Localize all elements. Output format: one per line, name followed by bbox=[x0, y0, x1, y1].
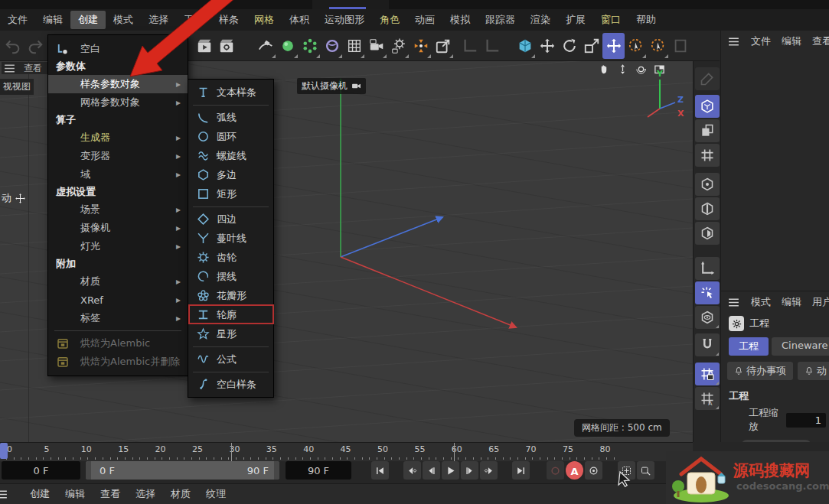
toolbar-button[interactable] bbox=[625, 33, 647, 59]
menu-item[interactable]: 运动图形 bbox=[317, 11, 372, 29]
spline-menu-item[interactable]: 多边 bbox=[188, 165, 273, 184]
mm-menu-select[interactable]: 选择 bbox=[135, 487, 155, 501]
mode-button[interactable] bbox=[695, 67, 720, 90]
om-menu-view[interactable]: 查看 bbox=[812, 34, 829, 48]
transport-button[interactable] bbox=[403, 461, 421, 480]
menu-item[interactable]: 跟踪器 bbox=[478, 11, 523, 29]
create-menu-item[interactable]: 样条参数对象 ▸ bbox=[48, 75, 188, 93]
spline-menu-item[interactable]: 摆线 bbox=[188, 267, 273, 286]
menu-item[interactable]: 角色 bbox=[372, 11, 407, 29]
hamburger-icon[interactable] bbox=[727, 296, 740, 309]
timeline-playhead[interactable] bbox=[0, 443, 8, 459]
attr-menu-mode[interactable]: 模式 bbox=[751, 295, 771, 309]
mm-menu-texture[interactable]: 纹理 bbox=[206, 487, 226, 501]
spline-menu-item[interactable]: 螺旋线 bbox=[188, 146, 273, 165]
menu-item[interactable]: 模拟 bbox=[442, 11, 478, 29]
mode-button[interactable] bbox=[695, 333, 720, 356]
create-menu-item[interactable]: ▸ bbox=[48, 327, 188, 334]
menu-item[interactable]: 渲染 bbox=[523, 11, 558, 29]
toolbar-button[interactable] bbox=[365, 33, 387, 59]
create-menu-item[interactable]: 网格参数对象 ▸ bbox=[48, 93, 188, 112]
menu-item[interactable]: 样条 bbox=[211, 11, 246, 29]
transport-button[interactable] bbox=[442, 461, 459, 480]
mode-button[interactable] bbox=[695, 222, 720, 245]
menu-item[interactable]: 编辑 bbox=[35, 11, 70, 29]
toolbar-button[interactable] bbox=[2, 33, 24, 59]
transport-button[interactable] bbox=[423, 461, 440, 480]
toolbar-button[interactable] bbox=[514, 33, 536, 59]
spline-menu-item[interactable]: 公式 bbox=[188, 350, 273, 369]
create-menu-item[interactable]: 场景 ▸ bbox=[48, 200, 188, 219]
toolbar-button[interactable] bbox=[321, 33, 343, 59]
current-frame-field[interactable]: 0 F bbox=[2, 461, 80, 480]
hamburger-icon[interactable] bbox=[727, 35, 740, 48]
spline-menu-item[interactable]: 齿轮 bbox=[188, 248, 273, 267]
menu-item[interactable]: 网格 bbox=[246, 11, 282, 29]
task-button[interactable]: 待办事项 bbox=[727, 362, 793, 380]
create-menu-item[interactable]: 算子 ▸ bbox=[48, 112, 188, 128]
timeline-ruler[interactable]: 05101520253035404550556065707580 bbox=[0, 442, 693, 461]
toolbar-button[interactable] bbox=[299, 33, 321, 59]
mode-button[interactable] bbox=[695, 197, 720, 220]
toolbar-button[interactable] bbox=[410, 33, 432, 59]
transport-button[interactable] bbox=[512, 461, 530, 480]
create-menu-item[interactable]: XRef ▸ bbox=[48, 291, 188, 309]
transport-button[interactable]: A bbox=[566, 461, 583, 480]
toolbar-button[interactable] bbox=[580, 33, 602, 59]
menu-item[interactable]: 创建 bbox=[70, 11, 106, 29]
hamburger-icon[interactable] bbox=[2, 488, 15, 501]
menu-item[interactable]: 动画 bbox=[407, 11, 442, 29]
toolbar-button[interactable] bbox=[432, 33, 454, 59]
toolbar-button[interactable] bbox=[343, 33, 365, 59]
create-menu-item[interactable]: 灯光 ▸ bbox=[48, 237, 188, 255]
create-menu-item[interactable]: 附加 ▸ bbox=[48, 255, 188, 272]
task-button[interactable]: 动 bbox=[798, 362, 829, 380]
spline-menu-item[interactable]: 矩形 bbox=[188, 184, 273, 203]
create-menu-item[interactable]: 空白 ▸ bbox=[48, 40, 188, 58]
spline-menu-item[interactable]: 圆环 bbox=[188, 127, 273, 146]
toolbar-button[interactable] bbox=[669, 33, 691, 59]
mode-button[interactable] bbox=[695, 173, 720, 196]
toolbar-button[interactable] bbox=[254, 33, 276, 59]
mm-menu-create[interactable]: 创建 bbox=[30, 487, 50, 501]
spline-menu-item[interactable]: 星形 bbox=[188, 324, 273, 343]
create-menu-item[interactable]: 生成器 ▸ bbox=[48, 128, 188, 147]
menu-item[interactable]: 体积 bbox=[282, 11, 317, 29]
om-menu-file[interactable]: 文件 bbox=[751, 34, 771, 48]
mm-menu-view[interactable]: 查看 bbox=[100, 487, 120, 501]
project-scale-field[interactable]: 1 bbox=[786, 413, 826, 428]
create-menu-item[interactable]: 变形器 ▸ bbox=[48, 147, 188, 165]
mode-button[interactable] bbox=[695, 257, 720, 280]
toolbar-button[interactable] bbox=[387, 33, 410, 59]
mm-menu-edit[interactable]: 编辑 bbox=[65, 487, 85, 501]
toolbar-button[interactable] bbox=[647, 33, 669, 59]
menu-item[interactable]: 扩展 bbox=[558, 11, 593, 29]
toolbar-button[interactable] bbox=[459, 33, 481, 59]
viewport-menu-view[interactable]: 查看 bbox=[24, 62, 42, 74]
transport-button[interactable] bbox=[585, 461, 602, 480]
menu-item[interactable]: 文件 bbox=[0, 11, 35, 29]
scale-project-button[interactable]: 缩放工程... bbox=[741, 440, 811, 442]
toolbar-button[interactable] bbox=[215, 33, 237, 59]
transport-button[interactable] bbox=[461, 461, 478, 480]
mode-button[interactable]: A bbox=[695, 387, 720, 410]
dolly-icon[interactable] bbox=[617, 63, 628, 75]
camera-label[interactable]: 默认摄像机 bbox=[297, 78, 366, 94]
menu-item[interactable]: 选择 bbox=[141, 11, 176, 29]
spline-menu-item[interactable]: 轮廓 bbox=[188, 305, 273, 324]
attr-tab[interactable]: Cineware bbox=[772, 337, 829, 356]
mode-button[interactable] bbox=[695, 306, 720, 329]
toolbar-button[interactable] bbox=[602, 33, 625, 59]
transport-button[interactable] bbox=[371, 461, 389, 480]
menu-item[interactable]: 工具 bbox=[176, 11, 211, 29]
create-menu-item[interactable]: 域 ▸ bbox=[48, 165, 188, 184]
toolbar-button[interactable] bbox=[536, 33, 558, 59]
mode-button[interactable] bbox=[695, 95, 720, 118]
toolbar-button[interactable] bbox=[481, 33, 503, 59]
create-menu-item[interactable]: 烘焙为Alembic ▸ bbox=[48, 334, 188, 353]
spline-menu-item[interactable]: 空白样条 bbox=[188, 375, 273, 394]
create-menu-item[interactable]: 虚拟设置 ▸ bbox=[48, 184, 188, 200]
attr-menu-edit[interactable]: 编辑 bbox=[782, 295, 801, 309]
transport-button[interactable] bbox=[637, 461, 654, 480]
spline-menu-item[interactable]: 弧线 bbox=[188, 108, 273, 127]
